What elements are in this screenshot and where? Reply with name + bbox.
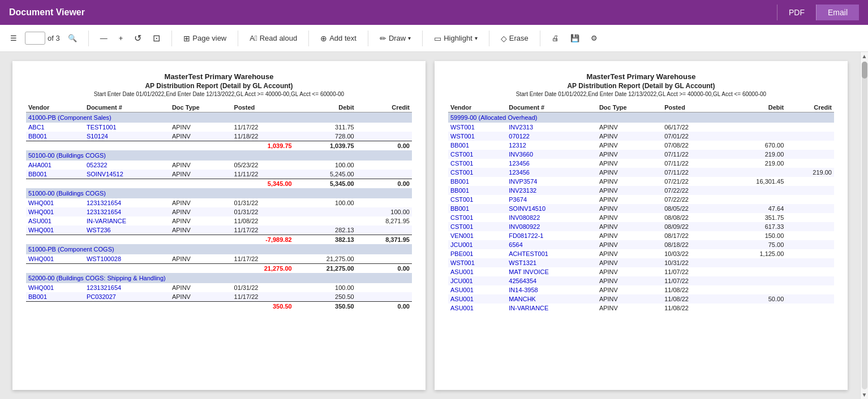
doc-link[interactable]: SOINV14510 [509,205,545,212]
vendor-link[interactable]: BB001 [450,187,469,194]
debit-val: 282.13 [294,225,356,235]
doc-link[interactable]: INV2313 [509,124,533,131]
vendor-link[interactable]: WST001 [450,133,475,140]
posted-date: 08/09/22 [662,222,720,231]
vendor-link[interactable]: CST001 [450,169,473,176]
vendor-link[interactable]: AHA001 [28,162,51,168]
doc-link[interactable]: INV3660 [509,151,533,158]
settings-button[interactable]: ⚙ [587,32,601,45]
debit-val: 150.00 [721,231,787,240]
vendor-link[interactable]: BB001 [450,178,469,185]
doc-link[interactable]: MAT INVOICE [509,268,549,275]
read-aloud-label: Read aloud [260,34,298,42]
doc-link[interactable]: S10124 [87,133,108,140]
posted-date: 11/08/22 [662,303,720,313]
vendor-link[interactable]: BB001 [28,133,47,140]
doc-link[interactable]: IN-VARIANCE [87,218,126,224]
vendor-link[interactable]: BB001 [28,293,47,300]
doc-link[interactable]: IN-VARIANCE [509,305,548,311]
vendor-link[interactable]: ASU001 [450,268,474,275]
menu-button[interactable]: ☰ [7,32,20,45]
rotate-button[interactable]: ↺ [131,31,145,46]
doc-link[interactable]: WST236 [87,227,111,233]
scrollbar[interactable]: ▲ ▼ [860,52,868,399]
credit-val: 219.00 [786,168,834,177]
draw-button[interactable]: ✏ Draw ▾ [376,32,414,45]
vendor-link[interactable]: WST001 [450,124,475,131]
credit-val [356,161,412,170]
doc-link[interactable]: 1231321654 [87,200,121,206]
vendor-link[interactable]: ASU001 [450,305,474,311]
doc-link[interactable]: INV23132 [509,187,536,194]
vendor-link[interactable]: ASU001 [450,296,474,302]
print-button[interactable]: 🖨 [548,32,562,45]
scroll-up-arrow[interactable]: ▲ [862,53,867,59]
vendor-link[interactable]: JCU001 [450,241,473,248]
doc-type: APINV [170,216,232,225]
vendor-link[interactable]: WHQ001 [28,200,54,206]
page-view-button[interactable]: ⊞ Page view [180,32,230,45]
zoom-out-button[interactable]: — [97,32,111,45]
read-aloud-button[interactable]: A⃝ Read aloud [246,32,300,45]
doc-link[interactable]: INV080822 [509,214,540,221]
doc-link[interactable]: PC032027 [87,293,116,300]
section-header-label-r1: 59999-00 (Allocated Overhead) [448,112,834,123]
doc-link[interactable]: 1231321654 [87,284,121,291]
vendor-link[interactable]: CST001 [450,151,473,158]
vendor-link[interactable]: CST001 [450,223,473,230]
vendor-link[interactable]: VEN001 [450,232,474,239]
doc-link[interactable]: 1231321654 [87,209,121,215]
vendor-link[interactable]: BB001 [28,171,47,177]
vendor-link[interactable]: WHQ001 [28,284,54,291]
doc-link[interactable]: 070122 [509,133,530,140]
doc-link[interactable]: IN14-3958 [509,287,538,293]
vendor-link[interactable]: BB001 [450,205,469,212]
vendor-link[interactable]: WHQ001 [28,209,54,215]
page-input[interactable]: 1 [25,32,45,45]
search-button[interactable]: 🔍 [65,32,80,45]
scroll-thumb[interactable] [862,62,867,79]
vendor-link[interactable]: ASU001 [28,218,51,224]
highlight-button[interactable]: ▭ Highlight ▾ [431,32,481,45]
scroll-track[interactable] [862,62,867,389]
vendor-link[interactable]: JCU001 [450,277,473,284]
doc-link[interactable]: P3674 [509,196,527,203]
save-button[interactable]: 💾 [567,32,583,45]
vendor-link[interactable]: WHQ001 [28,255,54,262]
email-button[interactable]: Email [816,5,859,20]
pdf-button[interactable]: PDF [777,5,816,20]
doc-link[interactable]: 052322 [87,162,108,168]
doc-link[interactable]: 123456 [509,169,530,176]
doc-link[interactable]: TEST1001 [87,124,117,131]
doc-link[interactable]: INV080922 [509,223,540,230]
vendor-link[interactable]: CST001 [450,160,473,167]
left-page: MasterTest Primary Warehouse AP Distribu… [12,61,426,390]
doc-link[interactable]: WST1321 [509,259,536,266]
scroll-down-arrow[interactable]: ▼ [862,392,867,398]
doc-link[interactable]: WST100028 [87,255,121,262]
doc-link[interactable]: INVP3574 [509,178,537,185]
table-row: ABC1 TEST1001 APINV 11/17/22 311.75 [26,123,412,132]
vendor-link[interactable]: ABC1 [28,124,45,131]
vendor-link[interactable]: CST001 [450,214,473,221]
doc-link[interactable]: ACHTEST001 [509,250,548,257]
add-text-button[interactable]: ⊕ Add text [317,32,360,45]
doc-link[interactable]: 123456 [509,160,530,167]
vendor-link[interactable]: WST001 [450,259,475,266]
fit-button[interactable]: ⊡ [149,31,164,46]
vendor-link[interactable]: PBE001 [450,250,473,257]
doc-link[interactable]: 12312 [509,142,526,149]
doc-link[interactable]: MANCHK [509,296,536,302]
vendor-link[interactable]: BB001 [450,142,469,149]
page-navigation: 1 of 3 🔍 [25,32,80,45]
doc-link[interactable]: FD081722-1 [509,232,543,239]
doc-link[interactable]: SOINV14512 [87,171,123,177]
erase-button[interactable]: ◇ Erase [497,32,532,45]
credit-val [356,123,412,132]
zoom-in-button[interactable]: + [115,32,127,45]
vendor-link[interactable]: ASU001 [450,287,474,293]
doc-link[interactable]: 42564354 [509,277,536,284]
vendor-link[interactable]: CST001 [450,196,473,203]
doc-link[interactable]: 6564 [509,241,522,248]
vendor-link[interactable]: WHQ001 [28,227,54,233]
